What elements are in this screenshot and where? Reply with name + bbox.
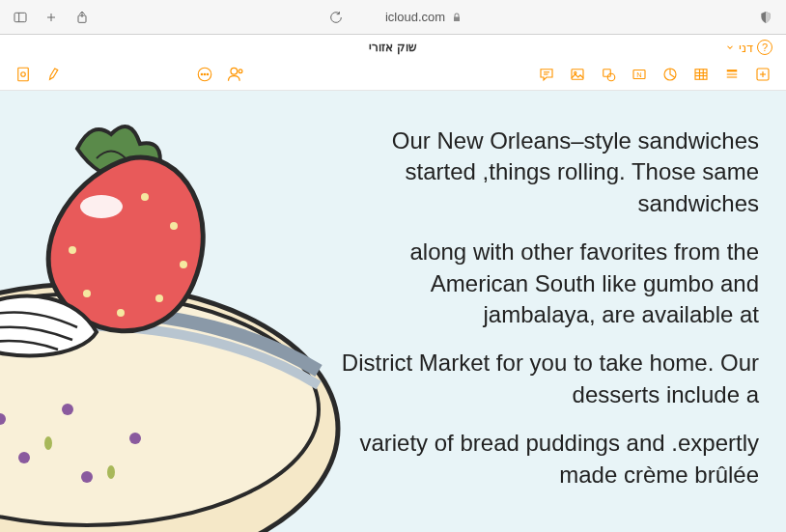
document-canvas[interactable]: Our New Orleans–style sandwiches started… (0, 91, 786, 532)
more-options-button[interactable] (191, 63, 218, 86)
document-settings-button[interactable] (10, 63, 37, 86)
address-text: icloud.com (385, 10, 445, 24)
svg-point-10 (204, 73, 206, 75)
svg-point-53 (83, 290, 91, 297)
svg-point-9 (201, 73, 203, 75)
paragraph: District Market for you to take home. Ou… (334, 348, 759, 410)
svg-point-42 (129, 433, 141, 444)
svg-point-45 (107, 465, 115, 479)
user-menu[interactable]: דני ? (725, 40, 772, 55)
collaborate-button[interactable] (222, 63, 249, 86)
address-bar[interactable]: icloud.com (385, 10, 463, 24)
new-tab-button[interactable] (39, 5, 64, 30)
svg-point-21 (607, 73, 615, 81)
user-name-label: דני (739, 41, 753, 55)
svg-point-48 (141, 193, 149, 201)
help-icon[interactable]: ? (757, 40, 772, 55)
insert-image-button[interactable] (564, 63, 591, 86)
insert-menu-button[interactable] (749, 63, 776, 86)
svg-rect-6 (18, 68, 29, 81)
sidebar-toggle-button[interactable] (8, 5, 33, 30)
svg-rect-20 (604, 69, 611, 76)
svg-point-49 (170, 222, 178, 230)
insert-shape-button[interactable] (595, 63, 622, 86)
app-header: שוק אזורי דני ? (0, 35, 786, 58)
svg-text:N: N (636, 70, 641, 79)
svg-rect-0 (14, 13, 26, 21)
comment-button[interactable] (533, 63, 560, 86)
paragraph: Our New Orleans–style sandwiches started… (334, 126, 759, 219)
paragraph-styles-button[interactable] (718, 63, 745, 86)
toolbar: N (0, 58, 786, 91)
svg-rect-25 (695, 69, 707, 79)
svg-rect-18 (572, 69, 583, 79)
document-title: שוק אזורי (369, 41, 416, 54)
svg-point-50 (180, 261, 187, 268)
svg-point-11 (207, 73, 209, 75)
privacy-report-button[interactable] (753, 5, 778, 30)
paragraph: variety of bread puddings and .expertly … (334, 428, 759, 490)
browser-chrome: icloud.com (0, 0, 786, 35)
dessert-illustration (0, 91, 367, 532)
svg-point-47 (80, 195, 123, 218)
paragraph: along with other favorites from the Amer… (334, 237, 759, 330)
svg-point-40 (62, 404, 73, 415)
svg-point-54 (69, 246, 76, 254)
insert-table-button[interactable] (688, 63, 715, 86)
svg-point-7 (21, 71, 26, 76)
lock-icon (451, 12, 463, 23)
share-button[interactable] (70, 5, 95, 30)
chevron-down-icon (725, 42, 735, 52)
svg-point-41 (81, 471, 93, 483)
svg-point-44 (44, 436, 52, 450)
svg-point-12 (231, 68, 238, 74)
insert-chart-button[interactable] (657, 63, 684, 86)
svg-point-52 (117, 309, 125, 317)
insert-textbox-button[interactable]: N (626, 63, 653, 86)
reload-button[interactable] (323, 5, 349, 30)
svg-point-51 (155, 294, 163, 302)
svg-point-39 (18, 452, 30, 463)
text-content[interactable]: Our New Orleans–style sandwiches started… (334, 126, 759, 508)
format-brush-button[interactable] (41, 63, 68, 86)
